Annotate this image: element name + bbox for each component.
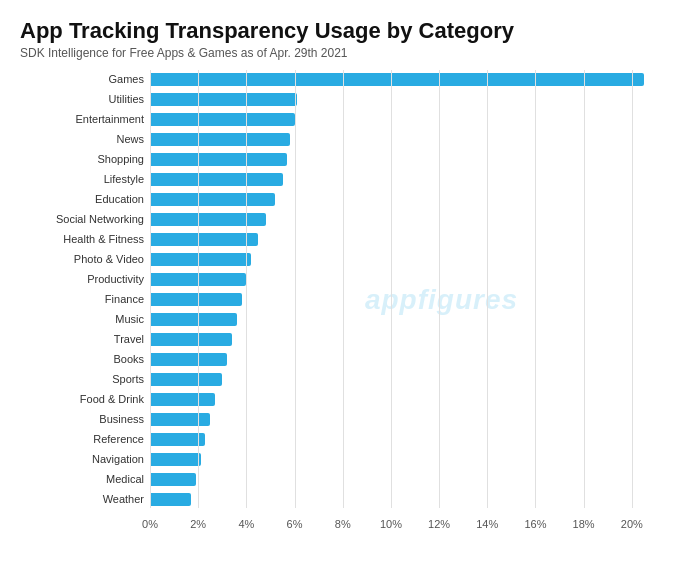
bar: [150, 113, 295, 126]
x-axis-labels: 0%2%4%6%8%10%12%14%16%18%20%: [150, 510, 680, 530]
y-label: Lifestyle: [20, 170, 150, 188]
y-label: Business: [20, 410, 150, 428]
bar-row: [150, 490, 680, 508]
y-label: Weather: [20, 490, 150, 508]
bar-row: [150, 390, 680, 408]
bar-row: [150, 250, 680, 268]
y-label: Finance: [20, 290, 150, 308]
bar-row: [150, 270, 680, 288]
bar: [150, 213, 266, 226]
bar: [150, 493, 191, 506]
x-axis-label: 4%: [238, 518, 254, 530]
bar: [150, 393, 215, 406]
bar-row: [150, 130, 680, 148]
bar-row: [150, 410, 680, 428]
y-label: Social Networking: [20, 210, 150, 228]
y-label: Education: [20, 190, 150, 208]
y-label: Reference: [20, 430, 150, 448]
chart-area: GamesUtilitiesEntertainmentNewsShoppingL…: [20, 70, 680, 530]
bar: [150, 273, 246, 286]
y-label: Productivity: [20, 270, 150, 288]
y-label: Medical: [20, 470, 150, 488]
y-label: News: [20, 130, 150, 148]
bar-row: [150, 170, 680, 188]
bar-row: [150, 110, 680, 128]
bar: [150, 453, 201, 466]
x-axis-label: 6%: [287, 518, 303, 530]
y-label: Photo & Video: [20, 250, 150, 268]
chart-container: App Tracking Transparency Usage by Categ…: [0, 0, 700, 563]
y-label: Entertainment: [20, 110, 150, 128]
x-axis-label: 12%: [428, 518, 450, 530]
bars-container: 0%2%4%6%8%10%12%14%16%18%20%: [150, 70, 680, 530]
y-label: Shopping: [20, 150, 150, 168]
bar-row: [150, 90, 680, 108]
bar: [150, 293, 242, 306]
chart-title: App Tracking Transparency Usage by Categ…: [20, 18, 680, 44]
y-label: Health & Fitness: [20, 230, 150, 248]
y-label: Travel: [20, 330, 150, 348]
bar: [150, 353, 227, 366]
y-label: Sports: [20, 370, 150, 388]
chart-subtitle: SDK Intelligence for Free Apps & Games a…: [20, 46, 680, 60]
bar-row: [150, 190, 680, 208]
y-label: Games: [20, 70, 150, 88]
x-axis-label: 0%: [142, 518, 158, 530]
bar-row: [150, 370, 680, 388]
bar-row: [150, 210, 680, 228]
bar: [150, 233, 258, 246]
bar: [150, 153, 287, 166]
x-axis-label: 10%: [380, 518, 402, 530]
bar: [150, 333, 232, 346]
bar: [150, 133, 290, 146]
bar: [150, 373, 222, 386]
bar: [150, 313, 237, 326]
y-label: Music: [20, 310, 150, 328]
bar-row: [150, 310, 680, 328]
y-axis-labels: GamesUtilitiesEntertainmentNewsShoppingL…: [20, 70, 150, 530]
x-axis-label: 18%: [573, 518, 595, 530]
bars-section: appfigures 0%2%4%6%8%10%12%14%16%18%20%: [150, 70, 680, 530]
x-axis-label: 2%: [190, 518, 206, 530]
x-axis-label: 8%: [335, 518, 351, 530]
bar: [150, 253, 251, 266]
y-label: Books: [20, 350, 150, 368]
bar-row: [150, 470, 680, 488]
bar-row: [150, 230, 680, 248]
y-label: Utilities: [20, 90, 150, 108]
bar: [150, 433, 205, 446]
x-axis-label: 16%: [524, 518, 546, 530]
bar: [150, 73, 644, 86]
bar-row: [150, 450, 680, 468]
bar: [150, 93, 297, 106]
x-axis-label: 14%: [476, 518, 498, 530]
y-label: Food & Drink: [20, 390, 150, 408]
bar-row: [150, 70, 680, 88]
bar: [150, 193, 275, 206]
bar-row: [150, 430, 680, 448]
bar: [150, 173, 283, 186]
bar: [150, 473, 196, 486]
bar-row: [150, 330, 680, 348]
bar-row: [150, 350, 680, 368]
bar-row: [150, 290, 680, 308]
bar: [150, 413, 210, 426]
bar-row: [150, 150, 680, 168]
x-axis-label: 20%: [621, 518, 643, 530]
y-label: Navigation: [20, 450, 150, 468]
